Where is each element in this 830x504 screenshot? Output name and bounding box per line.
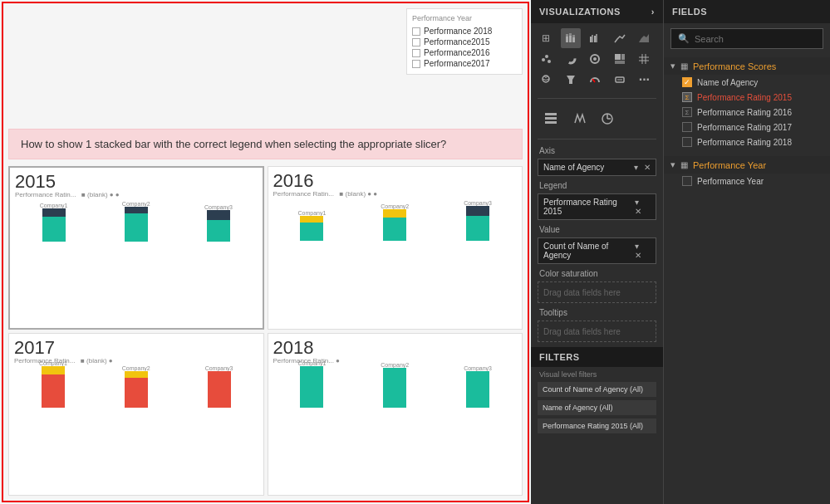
field-checkbox-2018[interactable] <box>682 137 692 147</box>
legend-dropdown-controls: ▾ ✕ <box>635 198 651 216</box>
viz-icon-area[interactable] <box>634 28 654 48</box>
viz-icon-map[interactable] <box>536 70 556 90</box>
format-icon[interactable] <box>567 107 591 130</box>
bar-group-2: Company2 <box>356 360 434 408</box>
field-checkbox-2016[interactable]: Σ <box>682 107 692 117</box>
slicer-checkbox-3[interactable] <box>412 49 420 57</box>
field-perf-rating-2016[interactable]: Σ Performance Rating 2016 <box>664 105 830 120</box>
chart-year-2015: 2015 <box>15 173 258 191</box>
viz-icon-pie[interactable] <box>561 49 581 69</box>
bars-2018: Company1 Company2 Company3 <box>273 368 518 418</box>
question-text: How to show 1 stacked bar with the corre… <box>21 138 446 150</box>
tooltips-dropzone[interactable]: Drag data fields here <box>538 321 656 342</box>
svg-rect-18 <box>621 54 625 60</box>
viz-icon-gauge[interactable] <box>585 70 605 90</box>
bar-group-1: Company1 <box>273 208 351 241</box>
performance-year-header[interactable]: ▾ ▦ Performance Year <box>664 156 830 174</box>
bar-segment <box>42 366 65 374</box>
chart-year-2018: 2018 <box>273 339 518 357</box>
svg-rect-19 <box>615 61 625 64</box>
field-checkbox-2015[interactable]: Σ <box>682 92 692 102</box>
slicer-item-3[interactable]: Performance2016 <box>412 47 517 58</box>
field-perf-rating-2017[interactable]: Performance Rating 2017 <box>664 120 830 135</box>
chart-subtitle-2015: Performance Ratin... ■ (blank) ● ● <box>15 191 258 198</box>
bar-group-3: Company3 <box>439 198 517 241</box>
performance-year-group: ▾ ▦ Performance Year Performance Year <box>664 156 830 188</box>
field-checkbox-name-agency[interactable]: ✓ <box>682 77 692 87</box>
bar-segment <box>300 366 323 408</box>
viz-icon-line[interactable] <box>610 28 630 48</box>
bars-2015: Company1 Company2 Company3 <box>15 202 258 252</box>
value-chevron-icon[interactable]: ▾ <box>635 242 639 251</box>
field-checkbox-year[interactable] <box>682 176 692 186</box>
performance-scores-header[interactable]: ▾ ▦ Performance Scores <box>664 57 830 75</box>
svg-point-16 <box>593 57 597 61</box>
axis-dropdown[interactable]: Name of Agency ▾ ✕ <box>538 159 656 176</box>
slicer-label-1: Performance 2018 <box>424 27 492 36</box>
slicer-checkbox-4[interactable] <box>412 60 420 68</box>
viz-icon-donut[interactable] <box>585 49 605 69</box>
bar-group-3: Company3 <box>180 364 258 408</box>
viz-icon-card[interactable] <box>610 70 630 90</box>
color-saturation-dropzone[interactable]: Drag data fields here <box>538 281 656 303</box>
viz-icon-clustered-bar[interactable] <box>585 28 605 48</box>
svg-rect-6 <box>590 37 592 42</box>
slicer-item-4[interactable]: Performance2017 <box>412 58 517 69</box>
filter-chip-1[interactable]: Count of Name of Agency (All) <box>538 382 656 397</box>
viz-icon-scatter[interactable] <box>536 49 556 69</box>
slicer-item-2[interactable]: Performance2015 <box>412 37 517 47</box>
color-saturation-label: Color saturation <box>531 266 663 280</box>
arrow-right-icon[interactable]: › <box>651 7 655 17</box>
field-name-of-agency[interactable]: ✓ Name of Agency <box>664 75 830 90</box>
question-banner: How to show 1 stacked bar with the corre… <box>8 129 523 159</box>
performance-scores-group: ▾ ▦ Performance Scores ✓ Name of Agency … <box>664 57 830 149</box>
filter-chip-2[interactable]: Name of Agency (All) <box>538 400 656 415</box>
bar-label: Company2 <box>381 362 409 368</box>
bar-label: Company1 <box>39 360 67 366</box>
value-close-icon[interactable]: ✕ <box>635 251 641 260</box>
field-checkbox-2017[interactable] <box>682 122 692 132</box>
bar-label: Company1 <box>297 210 326 216</box>
svg-rect-0 <box>566 36 568 42</box>
bar-segment <box>125 207 148 213</box>
viz-icon-stacked-bar[interactable] <box>561 28 581 48</box>
chart-2018: 2018 Performance Ratin... ● Company1 Com… <box>268 333 523 497</box>
slicer-checkbox-1[interactable] <box>412 27 420 36</box>
field-perf-rating-2015[interactable]: Σ Performance Rating 2015 <box>664 90 830 105</box>
viz-icon-treemap[interactable] <box>610 49 630 69</box>
slicer-checkbox-2[interactable] <box>412 38 420 46</box>
legend-close-icon[interactable]: ✕ <box>635 207 641 216</box>
bar-segment <box>42 374 65 408</box>
slicer-item-1[interactable]: Performance 2018 <box>412 26 517 37</box>
axis-close-icon[interactable]: ✕ <box>644 163 651 172</box>
slicer-panel: Performance Year Performance 2018 Perfor… <box>406 8 523 75</box>
viz-icon-funnel[interactable] <box>561 70 581 90</box>
bar-group-3: Company3 <box>439 364 517 408</box>
viz-icons-grid: ⊞ <box>531 23 663 95</box>
field-perf-rating-2018[interactable]: Performance Rating 2018 <box>664 135 830 149</box>
value-dropdown[interactable]: Count of Name of Agency ▾ ✕ <box>538 237 656 264</box>
analytics-icon[interactable] <box>596 107 619 130</box>
visual-level-filters-label: Visual level filters <box>531 367 663 380</box>
visualizations-panel: VISUALIZATIONS › ⊞ <box>531 0 664 504</box>
bar-segment <box>466 371 489 408</box>
chart-year-2016: 2016 <box>273 172 518 190</box>
fields-search-container[interactable]: 🔍 <box>670 28 823 49</box>
viz-icon-more[interactable]: ··· <box>634 70 654 90</box>
field-label-year: Performance Year <box>697 177 764 186</box>
field-performance-year[interactable]: Performance Year <box>664 174 830 188</box>
fields-icon[interactable] <box>539 107 562 130</box>
bar-group-2: Company2 <box>97 364 175 408</box>
search-input[interactable] <box>695 34 816 44</box>
viz-icon-matrix[interactable] <box>634 49 654 69</box>
viz-icon-table[interactable]: ⊞ <box>536 28 556 48</box>
legend-chevron-icon[interactable]: ▾ <box>635 198 639 207</box>
bar-label: Company3 <box>464 200 492 206</box>
svg-rect-17 <box>615 54 621 60</box>
chart-subtitle-2016: Performance Ratin... ■ (blank) ● ● <box>273 190 518 198</box>
bar-label: Company2 <box>122 201 150 207</box>
dropdown-chevron-icon[interactable]: ▾ <box>634 163 638 172</box>
legend-dropdown[interactable]: Performance Rating 2015 ▾ ✕ <box>538 193 656 220</box>
filter-chip-3[interactable]: Performance Rating 2015 (All) <box>538 418 656 433</box>
bars-2016: Company1 Company2 Company3 <box>273 201 518 251</box>
